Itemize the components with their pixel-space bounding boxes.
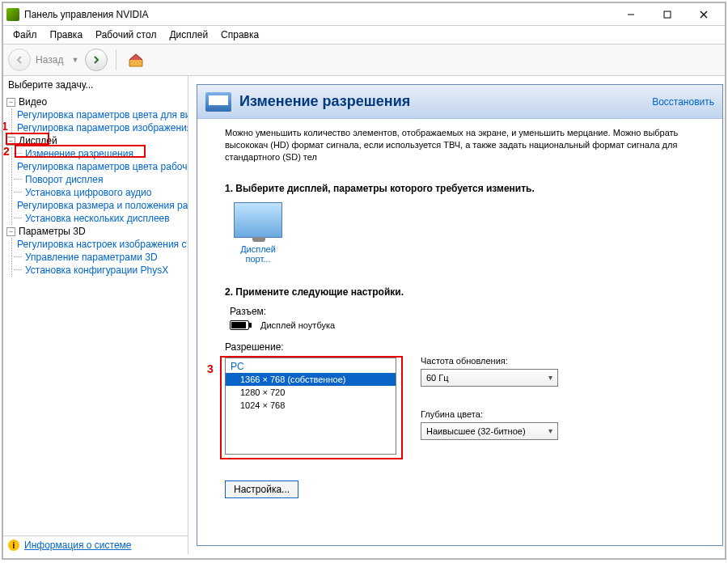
- resolution-listbox[interactable]: PC 1366 × 768 (собственное) 1280 × 720 1…: [225, 358, 396, 455]
- resolution-label: Разрешение:: [225, 341, 396, 353]
- refresh-rate-value: 60 Гц: [426, 373, 449, 383]
- tree-item-multi-display[interactable]: Установка нескольких дисплеев: [25, 213, 170, 224]
- refresh-rate-combo[interactable]: 60 Гц ▾: [421, 369, 558, 387]
- laptop-display-icon: [230, 320, 249, 330]
- nav-forward-button[interactable]: [85, 49, 108, 71]
- tree-category-display[interactable]: Дисплей: [19, 135, 57, 146]
- tree-item-manage-3d[interactable]: Управление параметрами 3D: [25, 252, 158, 263]
- tree-item-size-position[interactable]: Регулировка размера и положения рабо: [17, 200, 188, 211]
- nvidia-app-icon: [6, 8, 19, 21]
- listbox-group-pc: PC: [226, 358, 396, 373]
- svg-rect-1: [664, 11, 671, 18]
- resolution-option-1024[interactable]: 1024 × 768: [226, 399, 396, 412]
- connector-value: Дисплей ноутбука: [260, 320, 335, 330]
- panel-intro-text: Можно уменьшить количество элементов, от…: [225, 127, 711, 183]
- step2-title: 2. Примените следующие настройки.: [225, 286, 711, 298]
- annotation-number-3: 3: [207, 362, 214, 375]
- panel-title: Изменение разрешения: [239, 93, 652, 110]
- color-depth-label: Глубина цвета:: [421, 409, 558, 419]
- step1-title: 1. Выберите дисплей, параметры которого …: [225, 183, 711, 194]
- refresh-label: Частота обновления:: [421, 356, 558, 366]
- settings-panel: Изменение разрешения Восстановить Можно …: [197, 84, 723, 546]
- menu-edit[interactable]: Правка: [44, 28, 90, 42]
- navbar: Назад ▼: [3, 44, 725, 76]
- nav-home-button[interactable]: [125, 49, 147, 71]
- menu-file[interactable]: Файл: [6, 28, 44, 42]
- sidebar: Выберите задачу... − Видео Регулировка п…: [3, 76, 188, 554]
- tree-item-video-image[interactable]: Регулировка параметров изображения д: [17, 122, 188, 133]
- close-button[interactable]: [685, 5, 722, 24]
- tree-collapse-icon[interactable]: −: [6, 227, 15, 236]
- display-thumbnail-label[interactable]: Дисплей порт...: [230, 244, 286, 264]
- maximize-button[interactable]: [649, 5, 685, 24]
- monitor-icon: [205, 92, 231, 112]
- connector-label: Разъем:: [230, 306, 711, 317]
- chevron-down-icon: ▾: [548, 373, 552, 382]
- tree-collapse-icon[interactable]: −: [6, 137, 15, 146]
- tree-collapse-icon[interactable]: −: [6, 98, 15, 107]
- tree-category-video[interactable]: Видео: [19, 96, 47, 108]
- sidebar-header: Выберите задачу...: [3, 76, 188, 94]
- menubar: Файл Правка Рабочий стол Дисплей Справка: [3, 26, 725, 44]
- tree-item-change-resolution[interactable]: Изменение разрешения: [25, 148, 133, 159]
- info-icon: i: [8, 540, 19, 551]
- content-area: Изменение разрешения Восстановить Можно …: [188, 76, 725, 554]
- titlebar: Панель управления NVIDIA: [3, 3, 725, 26]
- task-tree: − Видео Регулировка параметров цвета для…: [3, 94, 188, 535]
- chevron-down-icon: ▼: [71, 56, 78, 64]
- menu-help[interactable]: Справка: [214, 28, 265, 42]
- chevron-down-icon: ▾: [548, 426, 552, 435]
- restore-link[interactable]: Восстановить: [652, 96, 714, 108]
- tree-item-physx[interactable]: Установка конфигурации PhysX: [25, 265, 168, 276]
- color-depth-value: Наивысшее (32-битное): [426, 426, 526, 436]
- tree-item-desktop-color[interactable]: Регулировка параметров цвета рабочег: [17, 161, 188, 172]
- tree-item-image-settings[interactable]: Регулировка настроек изображения с пр: [17, 239, 188, 250]
- menu-desktop[interactable]: Рабочий стол: [89, 28, 163, 42]
- nav-back-label: Назад: [36, 54, 63, 66]
- color-depth-combo[interactable]: Наивысшее (32-битное) ▾: [421, 422, 558, 440]
- resolution-option-native[interactable]: 1366 × 768 (собственное): [226, 373, 396, 386]
- menu-display[interactable]: Дисплей: [163, 28, 214, 42]
- minimize-button[interactable]: [612, 5, 649, 24]
- display-thumbnail[interactable]: [234, 202, 282, 238]
- tree-item-digital-audio[interactable]: Установка цифрового аудио: [25, 187, 151, 198]
- window-title: Панель управления NVIDIA: [24, 9, 612, 20]
- tree-item-rotate-display[interactable]: Поворот дисплея: [25, 174, 104, 185]
- configure-button[interactable]: Настройка...: [225, 480, 298, 498]
- nav-back-button[interactable]: [8, 49, 31, 71]
- tree-category-3d[interactable]: Параметры 3D: [19, 226, 86, 237]
- tree-item-video-color[interactable]: Регулировка параметров цвета для вид: [17, 109, 188, 121]
- resolution-option-1280[interactable]: 1280 × 720: [226, 386, 396, 399]
- system-info-link[interactable]: Информация о системе: [24, 540, 131, 551]
